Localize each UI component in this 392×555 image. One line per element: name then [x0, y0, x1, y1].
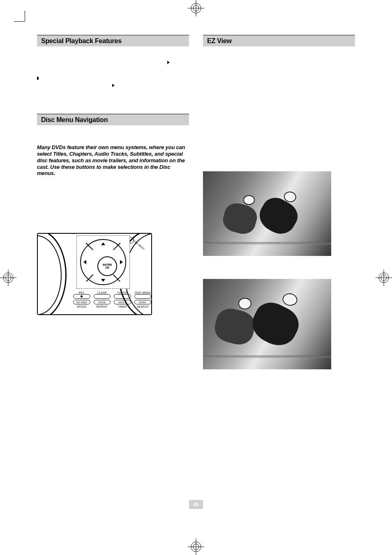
remote-label-search: SEARCH — [134, 305, 152, 308]
disc-menu-intro: Many DVDs feature their own menu systems… — [37, 144, 189, 177]
disc-menu-btn-body: Press to access the DVD's Disc menu, if … — [70, 183, 188, 189]
crop-mark-top-left-h — [14, 21, 25, 22]
remote-label-discmenu: DISC MENU — [134, 291, 152, 294]
ez-view-on-caption: EZ View On — [203, 272, 355, 277]
enter-btn-body: Press to make your selections in the Dis… — [59, 203, 168, 209]
enter-btn-label: ENTER — [37, 203, 54, 209]
registration-mark-top — [188, 0, 204, 16]
ez-view-p1: EZ View can be used to adjust the DVD ou… — [203, 52, 355, 66]
disc-menu-btn-label: DISC MENU — [37, 183, 66, 189]
crop-mark-top-left — [25, 11, 25, 21]
record-dot-icon — [81, 295, 83, 297]
heading-special-playback: Special Playback Features — [37, 35, 189, 46]
remote-rec-button — [73, 294, 90, 299]
special-playback-intro: During DVD/CD playback you can select fr… — [37, 52, 189, 72]
registration-mark-left — [0, 269, 16, 286]
remote-clear-button — [94, 294, 111, 299]
bullet-icon — [37, 77, 39, 80]
heading-ez-view: EZ View — [203, 35, 355, 46]
remote-setup-label: SETUP — [71, 233, 80, 235]
remote-ezview-button: EZ VIEW — [73, 300, 90, 304]
remote-label-rec: REC — [73, 291, 90, 294]
remote-label-tvvcr: TV/VCR — [114, 291, 131, 294]
remote-mark-button: MARK — [134, 300, 152, 304]
frame-advance-label: Frame by Frame advance — [42, 75, 189, 82]
registration-mark-bottom — [188, 539, 204, 555]
heading-special-playback-text: Special Playback Features — [41, 37, 122, 45]
arrow-up-icon — [101, 242, 105, 245]
remote-tvvcr-button — [114, 294, 131, 299]
ez-view-p2: During DVD playback, press the EZ VIEW b… — [203, 70, 355, 83]
ez-view-p3: To clear the EZ View display, press the … — [203, 87, 355, 101]
remote-label-repeat: REPEAT — [94, 305, 111, 308]
heading-disc-menu-nav-text: Disc Menu Navigation — [41, 116, 108, 124]
play-icon — [167, 61, 170, 64]
remote-dpad: ENTEROK — [80, 239, 126, 285]
arrow-left-icon — [83, 260, 86, 264]
remote-dpad-highlight: ENTEROK — [76, 235, 130, 289]
heading-ez-view-text: EZ View — [207, 37, 232, 45]
arrow-right-icon — [120, 260, 123, 264]
remote-angle-button: ANGLE — [114, 300, 131, 304]
frame-advance-body: While in stop mode, press the (Play/Paus… — [42, 82, 189, 95]
remote-diagram: SETUP TITLE MENU ENTEROK — [37, 233, 152, 315]
remote-label-clear: CLEAR — [94, 291, 111, 294]
remote-label-speed: SPEED — [73, 305, 90, 308]
remote-enter-button: ENTEROK — [97, 256, 117, 276]
heading-disc-menu-nav: Disc Menu Navigation — [37, 114, 189, 125]
ez-view-off-image — [203, 171, 331, 256]
arrow-down-icon — [101, 279, 105, 282]
remote-label-timer: TIMER — [114, 305, 131, 308]
page-number: 46 — [189, 500, 203, 509]
remote-mode-button: MODE — [94, 300, 111, 304]
nav-arrows-label: ▲,▼ — [37, 193, 48, 199]
remote-discmenu-button — [134, 294, 152, 299]
ez-view-on-image — [203, 279, 331, 369]
nav-arrows-body: Use to navigate through DVD's Disc Menu … — [53, 193, 168, 199]
ez-view-off-caption: EZ View Off — [203, 106, 355, 112]
registration-mark-right — [376, 269, 392, 286]
play-icon — [112, 84, 115, 87]
